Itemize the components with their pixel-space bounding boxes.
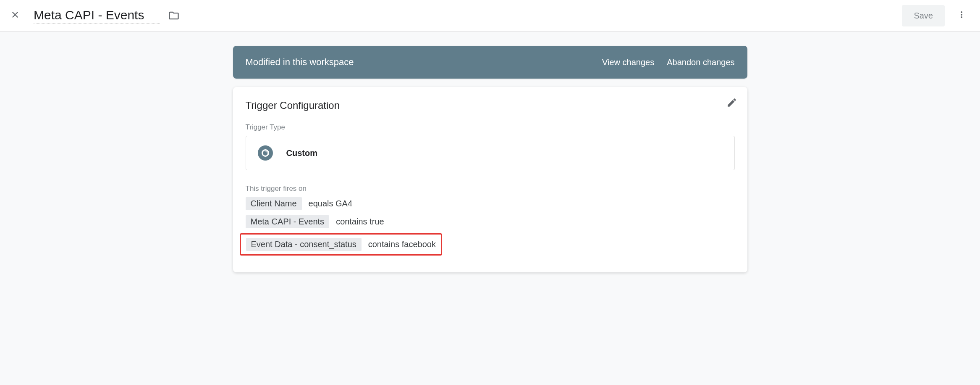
view-changes-link[interactable]: View changes: [602, 58, 654, 67]
condition-variable-chip: Meta CAPI - Events: [246, 215, 330, 228]
condition-row: Meta CAPI - Eventscontains true: [246, 215, 735, 228]
custom-trigger-icon: [258, 145, 273, 161]
condition-variable-chip: Client Name: [246, 197, 302, 210]
condition-row: Event Data - consent_statuscontains face…: [246, 233, 735, 256]
workspace-banner: Modified in this workspace View changes …: [233, 46, 747, 79]
edit-icon[interactable]: [726, 97, 737, 110]
content-area: Modified in this workspace View changes …: [0, 32, 980, 385]
trigger-type-row: Custom: [246, 136, 735, 170]
abandon-changes-link[interactable]: Abandon changes: [667, 58, 734, 67]
condition-text: contains facebook: [368, 240, 436, 249]
condition-variable-chip: Event Data - consent_status: [246, 238, 362, 251]
fires-on-label: This trigger fires on: [246, 185, 735, 193]
card-title: Trigger Configuration: [246, 100, 735, 111]
banner-text: Modified in this workspace: [246, 57, 590, 68]
condition-row: Client Nameequals GA4: [246, 197, 735, 210]
more-menu-icon[interactable]: [953, 6, 970, 25]
trigger-type-value: Custom: [286, 148, 317, 158]
trigger-type-label: Trigger Type: [246, 123, 735, 132]
condition-text: equals GA4: [309, 199, 353, 208]
tag-title-input[interactable]: [34, 8, 160, 24]
conditions-list: Client Nameequals GA4Meta CAPI - Eventsc…: [246, 197, 735, 256]
save-button[interactable]: Save: [902, 5, 945, 26]
trigger-config-card[interactable]: Trigger Configuration Trigger Type Custo…: [233, 87, 747, 272]
condition-text: contains true: [336, 217, 384, 227]
folder-icon[interactable]: [168, 10, 180, 21]
close-icon[interactable]: [10, 10, 20, 22]
header: Save: [0, 0, 980, 32]
